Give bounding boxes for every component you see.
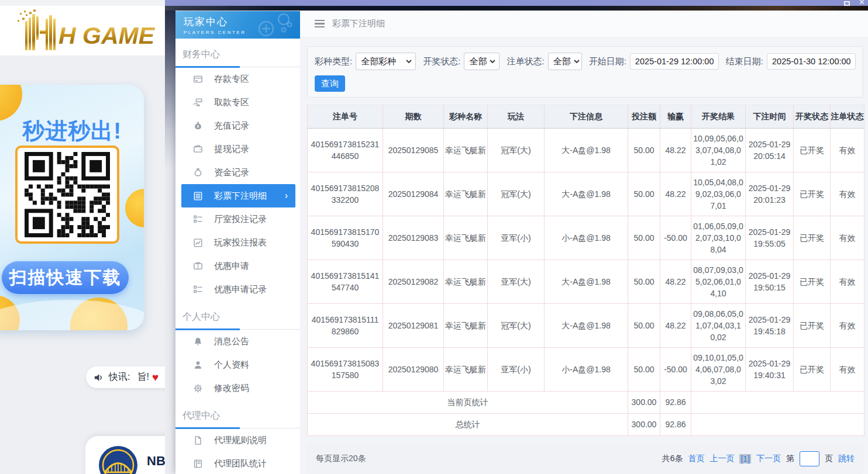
table-cell: 401569173815208332200 <box>308 172 383 216</box>
sidebar-item-agent-team-stats[interactable]: 代理团队统计 <box>175 452 300 474</box>
restore-window-icon[interactable] <box>844 1 850 6</box>
table-cell: 有效 <box>831 129 864 172</box>
sidebar-item-label: 厅室投注记录 <box>214 214 267 225</box>
table-cell: 401569173815231446850 <box>308 129 383 172</box>
chart-report-icon <box>193 238 203 248</box>
sidebar-item-agent-rules[interactable]: 代理规则说明 <box>175 428 300 452</box>
table-cell: 冠军(大) <box>488 304 545 348</box>
start-date-input[interactable] <box>630 53 719 70</box>
filter-panel: 彩种类型: 全部彩种 开奖状态: 全部 注单状态: 全部 <box>307 46 863 98</box>
sidebar: 玩家中心 PLAYERS CENTER 财务中心存款专区取款专区¥充值记录提现记… <box>175 11 300 474</box>
sidebar-item-lottery-bet-details[interactable]: 彩票下注明细› <box>181 184 295 207</box>
table-cell: 401569173815083157580 <box>308 348 383 392</box>
sidebar-section: 代理中心代理规则说明代理团队统计 <box>175 400 300 474</box>
jump-link[interactable]: 跳转 <box>838 454 855 464</box>
hand-money-icon <box>193 98 203 108</box>
sidebar-item-profile[interactable]: 个人资料 <box>175 353 300 376</box>
draw-status-select[interactable]: 全部 <box>464 53 500 70</box>
table-cell: 09,08,06,05,01,07,04,03,10,02 <box>691 304 746 348</box>
sidebar-item-label: 代理团队统计 <box>214 458 267 469</box>
table-cell: 2025-01-29 19:45:18 <box>746 304 794 348</box>
table-cell: 20250129085 <box>383 129 444 172</box>
coin-purse-icon <box>193 168 203 178</box>
hh-game-logo: H GAME <box>1 9 165 53</box>
sidebar-item-label: 优惠申请 <box>214 261 249 272</box>
table-cell: 01,06,05,09,02,07,03,10,08,04 <box>691 216 746 260</box>
svg-text:¥: ¥ <box>197 124 199 128</box>
table-cell: 20250129081 <box>383 304 444 348</box>
jump-page-input[interactable] <box>800 451 819 466</box>
table-cell: 20250129080 <box>383 348 444 392</box>
table-cell: 2025-01-29 19:55:05 <box>746 216 794 260</box>
qr-code <box>15 146 119 244</box>
table-cell: 48.22 <box>660 129 691 172</box>
table-cell: 2025-01-29 19:40:31 <box>746 348 794 392</box>
table-row: 40156917381520833220020250129084幸运飞艇新冠军(… <box>308 172 864 216</box>
bell-icon <box>193 337 203 347</box>
table-cell: 幸运飞艇新 <box>444 172 488 216</box>
table-header-cell: 彩种名称 <box>444 105 488 129</box>
summary-empty <box>691 414 864 436</box>
table-row: 40156917381523144685020250129085幸运飞艇新冠军(… <box>308 129 864 172</box>
sidebar-item-funds-records[interactable]: 资金记录 <box>175 161 300 184</box>
total-count: 共6条 <box>662 454 683 464</box>
sidebar-sections: 财务中心存款专区取款专区¥充值记录提现记录资金记录彩票下注明细›厅室投注记录玩家… <box>175 39 300 474</box>
bank-card-icon <box>193 74 203 84</box>
table-cell: 20250129084 <box>383 172 444 216</box>
table-cell: 09,10,01,05,04,06,07,08,03,02 <box>691 348 746 392</box>
summary-label: 总统计 <box>308 414 628 436</box>
svg-text:H GAME: H GAME <box>58 22 156 49</box>
sidebar-item-withdraw-zone[interactable]: 取款专区 <box>175 91 300 114</box>
close-window-icon[interactable]: ✕ <box>859 0 865 6</box>
first-page-link[interactable]: 首页 <box>688 454 704 464</box>
table-cell: 幸运飞艇新 <box>444 304 488 348</box>
sidebar-item-withdrawal-records[interactable]: 提现记录 <box>175 137 300 161</box>
sidebar-item-change-password[interactable]: 修改密码 <box>175 376 300 400</box>
table-cell: 亚军(小) <box>488 348 545 392</box>
summary-label: 当前页统计 <box>308 392 628 414</box>
promo-download-button[interactable]: 扫描快速下载 <box>2 261 129 294</box>
table-cell: 大-A盘@1.98 <box>545 260 628 304</box>
search-button[interactable]: 查询 <box>315 75 345 92</box>
end-date-input[interactable] <box>767 53 856 70</box>
backdrop-strip <box>165 11 175 474</box>
table-header-cell: 开奖状态 <box>794 105 831 129</box>
table-cell: 幸运飞艇新 <box>444 260 488 304</box>
summary-empty <box>691 392 864 414</box>
table-cell: 已开奖 <box>794 172 831 216</box>
sidebar-item-hall-bet-records[interactable]: 厅室投注记录 <box>175 207 300 231</box>
sidebar-item-deposit-zone[interactable]: 存款专区 <box>175 67 300 91</box>
sidebar-item-promo-apply[interactable]: 优惠申请 <box>175 254 300 278</box>
table-row: 40156917381514154774020250129082幸运飞艇新亚军(… <box>308 260 864 304</box>
sidebar-item-label: 提现记录 <box>214 144 249 155</box>
table-cell: 有效 <box>831 348 864 392</box>
lottery-type-select[interactable]: 全部彩种 <box>356 53 416 70</box>
table-cell: 幸运飞艇新 <box>444 348 488 392</box>
page-title: 彩票下注明细 <box>332 18 385 29</box>
table-cell: 10,05,04,08,09,02,03,06,07,01 <box>691 172 746 216</box>
sidebar-item-recharge-records[interactable]: ¥充值记录 <box>175 114 300 137</box>
sidebar-item-promo-apply-records[interactable]: 优惠申请记录 <box>175 278 300 301</box>
order-status-select[interactable]: 全部 <box>548 53 582 70</box>
speaker-icon <box>94 372 105 383</box>
table-cell: 50.00 <box>628 129 660 172</box>
table-cell: 大-A盘@1.98 <box>545 304 628 348</box>
content: 彩票下注明细 彩种类型: 全部彩种 开奖状态: 全部 注单状 <box>300 11 868 474</box>
page-size-label: 每页显示20条 <box>316 454 366 464</box>
prev-page-link[interactable]: 上一页 <box>709 454 734 464</box>
hamburger-icon[interactable] <box>315 20 325 28</box>
table-cell: 401569173815111829860 <box>308 304 383 348</box>
ticker-label: 快讯: <box>109 371 130 383</box>
table-cell: 已开奖 <box>794 304 831 348</box>
next-page-link[interactable]: 下一页 <box>756 454 781 464</box>
table-cell: 幸运飞艇新 <box>444 216 488 260</box>
content-topbar: 彩票下注明细 <box>300 11 868 37</box>
sidebar-item-announcements[interactable]: 消息公告 <box>175 330 300 353</box>
jump-prefix: 第 <box>786 454 794 464</box>
sidebar-item-player-bet-report[interactable]: 玩家投注报表 <box>175 231 300 254</box>
table-cell: 20250129083 <box>383 216 444 260</box>
list-check-icon <box>193 285 203 295</box>
jump-suffix: 页 <box>825 454 833 464</box>
table-header-cell: 玩法 <box>488 105 545 129</box>
sidebar-header: 玩家中心 PLAYERS CENTER <box>175 11 300 39</box>
